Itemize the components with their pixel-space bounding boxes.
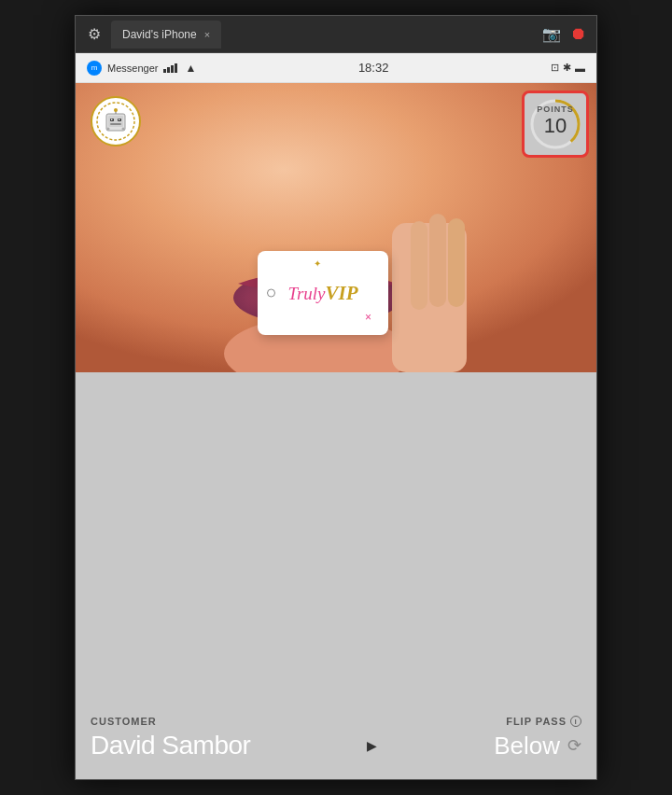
battery-icon: ▬ — [575, 63, 585, 74]
svg-rect-5 — [111, 119, 113, 121]
info-labels-row: CUSTOMER FLIP PASS i — [91, 716, 581, 727]
svg-rect-7 — [110, 123, 121, 125]
truly-text: Truly — [287, 284, 325, 303]
points-badge[interactable]: POINTS 10 — [522, 91, 589, 158]
messenger-letter: m — [91, 63, 98, 72]
browser-right-icons: 📷 ⏺ — [542, 24, 587, 44]
hero-image: TrulyVIP ✦ × — [76, 83, 596, 372]
record-icon[interactable]: ⏺ — [570, 24, 587, 44]
app-logo — [91, 96, 141, 146]
messenger-icon: m — [87, 61, 102, 76]
camera-icon[interactable]: 📷 — [542, 25, 561, 43]
points-ring: POINTS 10 — [528, 97, 582, 151]
flip-pass-label: FLIP PASS i — [506, 716, 581, 727]
bar2 — [167, 67, 170, 73]
flip-pass-value: Below ⟳ — [494, 732, 581, 760]
wifi-icon: ▲ — [185, 62, 196, 75]
status-bar: m Messenger ▲ 18:32 ⊡ ✱ ▬ — [76, 53, 596, 83]
svg-point-10 — [107, 128, 110, 131]
bar4 — [175, 63, 177, 73]
app-content: POINTS 10 — [76, 83, 596, 779]
svg-point-11 — [122, 128, 125, 131]
x-mark: × — [365, 311, 371, 324]
points-label: POINTS — [537, 105, 574, 114]
status-left: m Messenger ▲ — [87, 61, 196, 76]
vip-text: VIP — [326, 282, 358, 304]
points-inner: POINTS 10 — [528, 97, 582, 151]
flip-icon: ⟳ — [567, 735, 581, 756]
tab-title: David's iPhone — [122, 28, 197, 41]
vip-tag-card: TrulyVIP ✦ × — [258, 251, 388, 335]
points-value: 10 — [544, 116, 567, 136]
customer-name: David Sambor — [91, 731, 250, 760]
settings-icon[interactable]: ⚙ — [85, 25, 104, 44]
signal-bars — [163, 63, 177, 73]
browser-window: ⚙ David's iPhone × 📷 ⏺ m Messenger ▲ 18:… — [75, 15, 597, 780]
svg-rect-2 — [108, 116, 123, 127]
star-icon: ✦ — [314, 258, 321, 269]
carrier-name: Messenger — [107, 63, 158, 74]
airplay-icon: ⊡ — [551, 62, 559, 74]
robot-logo-svg — [95, 101, 136, 142]
customer-label: CUSTOMER — [91, 716, 157, 727]
status-right: ⊡ ✱ ▬ — [551, 62, 585, 74]
bluetooth-icon: ✱ — [563, 62, 571, 74]
status-time: 18:32 — [196, 61, 551, 75]
bar1 — [163, 69, 166, 73]
info-section: CUSTOMER FLIP PASS i David Sambor ▶ Belo… — [76, 701, 596, 779]
loyalty-card: POINTS 10 — [76, 83, 596, 779]
info-icon: i — [570, 716, 581, 727]
logo-circle — [91, 96, 141, 146]
vip-tag-text: TrulyVIP — [287, 281, 357, 305]
browser-chrome: ⚙ David's iPhone × 📷 ⏺ — [76, 16, 596, 53]
svg-rect-19 — [429, 214, 446, 307]
bar3 — [171, 65, 174, 73]
cursor-icon: ▶ — [367, 738, 377, 753]
info-values-row: David Sambor ▶ Below ⟳ — [91, 731, 581, 760]
svg-point-9 — [114, 108, 118, 112]
tab-close-button[interactable]: × — [204, 29, 210, 40]
svg-rect-21 — [411, 221, 427, 310]
browser-tab[interactable]: David's iPhone × — [111, 21, 221, 49]
svg-rect-20 — [448, 218, 465, 307]
hero-background: TrulyVIP ✦ × — [76, 83, 596, 372]
svg-rect-6 — [119, 119, 120, 121]
